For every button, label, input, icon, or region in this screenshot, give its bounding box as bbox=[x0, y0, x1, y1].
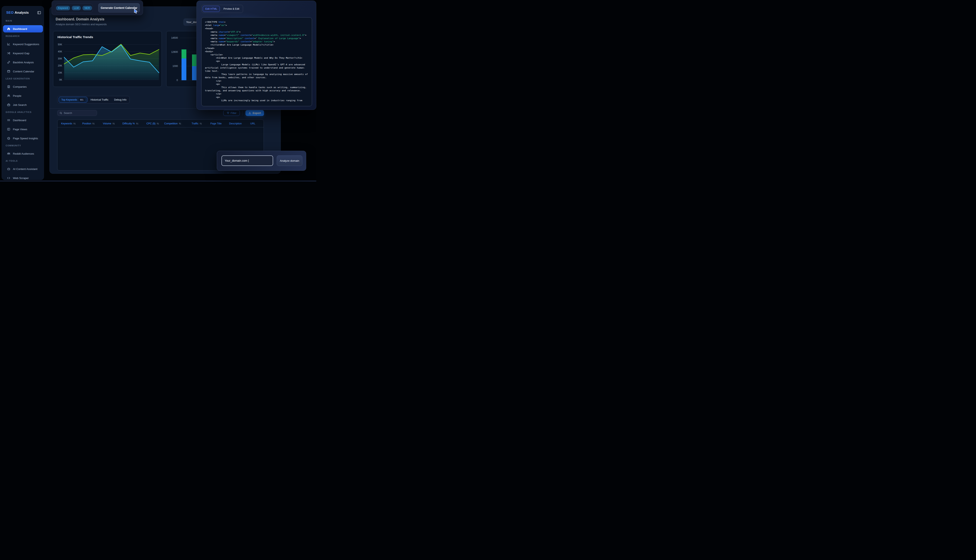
sidebar-item-label: Companies bbox=[13, 85, 27, 88]
svg-text:0K: 0K bbox=[59, 78, 62, 81]
sidebar-section-label: LEAD GENERATION bbox=[6, 77, 30, 80]
sidebar-section-label: RESEARCH bbox=[6, 35, 20, 37]
tab-count-badge: 901 bbox=[79, 98, 85, 102]
sidebar-item-reddit-audiences[interactable]: Reddit Audiences bbox=[3, 150, 43, 157]
export-label: Export bbox=[252, 112, 261, 115]
sidebar-item-ai-content-assistant[interactable]: AI Content Assistant bbox=[3, 165, 43, 173]
sidebar-item-page-views[interactable]: Page Views bbox=[3, 126, 43, 133]
column-label: Description bbox=[229, 122, 242, 125]
tab-label: Historical Traffic bbox=[90, 98, 108, 101]
sidebar-item-web-scraper[interactable]: Web Scraper bbox=[3, 174, 43, 182]
column-header-traffic[interactable]: Traffic bbox=[192, 122, 210, 125]
column-label: Volume bbox=[103, 122, 111, 125]
sidebar-item-label: AI Content Assistant bbox=[13, 168, 38, 170]
svg-text:40K: 40K bbox=[58, 50, 62, 53]
calendar-icon bbox=[7, 70, 10, 73]
domain-input[interactable] bbox=[222, 155, 273, 166]
sort-icon bbox=[179, 122, 181, 125]
sidebar: SEO Analysis MAINDashboardRESEARCHKeywor… bbox=[2, 6, 44, 180]
column-header-volume[interactable]: Volume bbox=[103, 122, 122, 125]
brand-seo: SEO bbox=[6, 11, 14, 15]
sidebar-item-companies[interactable]: Companies bbox=[3, 83, 43, 90]
search-input[interactable] bbox=[64, 112, 92, 115]
tab-label: Top Keywords bbox=[61, 98, 77, 101]
svg-text:12600: 12600 bbox=[171, 51, 178, 53]
svg-text:14500: 14500 bbox=[171, 37, 178, 39]
column-label: CPC ($) bbox=[147, 122, 155, 125]
tab-top-keywords[interactable]: Top Keywords901 bbox=[59, 97, 87, 103]
sidebar-section-label: GOOGLE ANALYTICS bbox=[6, 111, 32, 113]
code-icon bbox=[7, 177, 10, 180]
column-label: Difficulty % bbox=[122, 122, 135, 125]
svg-text:10K: 10K bbox=[58, 72, 62, 74]
brand-analysis: Analysis bbox=[15, 11, 29, 15]
sidebar-item-page-speed-insights[interactable]: Page Speed Insights bbox=[3, 135, 43, 142]
column-header-difficulty-[interactable]: Difficulty % bbox=[122, 122, 147, 125]
tab-historical-traffic[interactable]: Historical Traffic bbox=[88, 97, 111, 103]
link-icon bbox=[7, 61, 10, 64]
page-title: Dashboard. Domain Analysis bbox=[56, 17, 105, 22]
shuffle-icon bbox=[7, 52, 10, 55]
tab-debug-info[interactable]: Debug Info bbox=[112, 97, 129, 103]
chip-ner[interactable]: NER bbox=[82, 6, 92, 10]
column-header-page-title: Page Title bbox=[210, 122, 229, 125]
column-header-position[interactable]: Position bbox=[82, 122, 103, 125]
filter-button[interactable]: Filter bbox=[223, 110, 240, 116]
sidebar-item-dashboard[interactable]: Dashboard bbox=[3, 117, 43, 124]
sidebar-item-content-calendar[interactable]: Content Calendar bbox=[3, 68, 43, 75]
sort-icon bbox=[136, 122, 138, 125]
sidebar-item-label: Page Speed Insights bbox=[13, 137, 38, 140]
filter-label: Filter bbox=[231, 112, 237, 115]
sidebar-item-keyword-suggestions[interactable]: Keyword Suggestions bbox=[3, 40, 43, 48]
svg-text:0: 0 bbox=[177, 79, 178, 82]
sort-icon bbox=[200, 122, 202, 125]
columns-icon bbox=[7, 128, 10, 131]
column-label: Page Title bbox=[210, 122, 222, 125]
sidebar-item-label: Keyword Gap bbox=[13, 52, 30, 55]
chip-llm[interactable]: LLM bbox=[72, 6, 81, 10]
sidebar-item-keyword-gap[interactable]: Keyword Gap bbox=[3, 50, 43, 57]
sort-icon bbox=[73, 122, 76, 125]
sidebar-item-label: Reddit Audiences bbox=[13, 152, 34, 155]
column-header-keywords[interactable]: Keywords bbox=[61, 122, 82, 125]
column-header-description: Description bbox=[229, 122, 250, 125]
sidebar-item-dashboard[interactable]: Dashboard bbox=[3, 25, 43, 32]
users-group-icon bbox=[7, 152, 10, 155]
funnel-icon bbox=[227, 112, 229, 114]
page-subtitle: Analyze domain SEO metrics and keywords bbox=[56, 23, 107, 26]
sidebar-item-label: Keyword Suggestions bbox=[13, 43, 39, 46]
sidebar-collapse-icon[interactable] bbox=[37, 11, 41, 14]
sort-icon bbox=[157, 122, 159, 125]
chip-keyword[interactable]: Keyword bbox=[56, 6, 70, 10]
keywords-tabs: Top Keywords901Historical TrafficDebug I… bbox=[57, 96, 130, 103]
sidebar-section-label: COMMUNITY bbox=[6, 144, 21, 147]
traffic-trends-card: Historical Traffic Trends 0K10K20K30K40K… bbox=[53, 31, 162, 87]
export-button[interactable]: Export bbox=[245, 110, 264, 116]
column-header-competition[interactable]: Competition bbox=[164, 122, 192, 125]
search-icon bbox=[60, 112, 62, 115]
code-tab-prrview-edit[interactable]: Prrview & Edit bbox=[221, 6, 242, 12]
sidebar-item-backlink-analysis[interactable]: Backlink Analysis bbox=[3, 59, 43, 66]
column-header-cpc-[interactable]: CPC ($) bbox=[147, 122, 164, 125]
sort-icon bbox=[112, 122, 115, 125]
floating-toolbar: KeywordLLMNER Generate Content Calendar bbox=[52, 0, 143, 15]
svg-text:50K: 50K bbox=[58, 43, 62, 46]
code-tab-edit-html[interactable]: Edit HTML bbox=[203, 6, 220, 12]
code-editor-panel: Edit HTMLPrrview & Edit <!DOCTYPE html> … bbox=[197, 1, 316, 110]
tab-label: Debug Info bbox=[114, 98, 127, 101]
column-header-url: URL bbox=[250, 122, 264, 125]
code-editor-box[interactable]: <!DOCTYPE html> <html lang="en"> <head> … bbox=[201, 17, 312, 106]
briefcase-icon bbox=[7, 103, 10, 107]
sidebar-item-label: Backlink Analysis bbox=[13, 61, 34, 64]
sidebar-item-label: Job Search bbox=[13, 103, 27, 107]
column-label: Keywords bbox=[61, 122, 72, 125]
sidebar-item-people[interactable]: People bbox=[3, 92, 43, 99]
sidebar-item-job-search[interactable]: Job Search bbox=[3, 101, 43, 108]
app-root: SEO Analysis MAINDashboardRESEARCHKeywor… bbox=[0, 0, 316, 182]
analyze-domain-button[interactable]: Analyze domain bbox=[277, 155, 302, 166]
mouse-cursor-icon bbox=[134, 9, 138, 15]
sidebar-item-label: Dashboard bbox=[13, 27, 27, 30]
sidebar-section-label: MAIN bbox=[6, 20, 12, 22]
column-label: URL bbox=[250, 122, 255, 125]
sidebar-item-label: Content Calendar bbox=[13, 70, 34, 73]
